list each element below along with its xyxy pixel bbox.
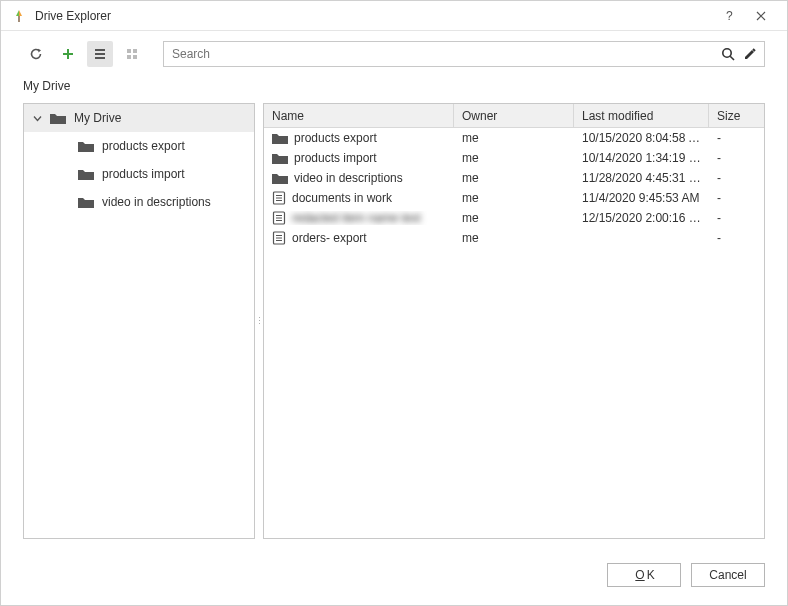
tree-item-label: products export [102,139,185,153]
tree-item-label: My Drive [74,111,121,125]
col-size[interactable]: Size [709,104,759,127]
folder-icon [78,168,94,181]
row-name: orders- export [292,231,367,245]
folder-icon [78,140,94,153]
row-owner: me [454,131,574,145]
row-size: - [709,151,759,165]
search-input[interactable] [170,46,714,62]
ok-button[interactable]: OK [607,563,681,587]
edit-search-icon[interactable] [742,46,758,62]
svg-text:?: ? [726,10,733,22]
document-icon [272,211,286,225]
svg-rect-2 [133,49,137,53]
ok-mnemonic: O [635,568,644,582]
list-header: Name Owner Last modified Size [264,104,764,128]
chevron-down-icon[interactable] [32,114,42,123]
row-owner: me [454,171,574,185]
row-name: video in descriptions [294,171,403,185]
list-body: products exportme10/15/2020 8:04:58 AM-p… [264,128,764,248]
document-icon [272,191,286,205]
search-field-wrapper [163,41,765,67]
ok-suffix: K [647,568,655,582]
row-modified: 10/14/2020 1:34:19 PM [574,151,709,165]
tree-item-label: video in descriptions [102,195,211,209]
help-button[interactable]: ? [713,4,745,28]
row-size: - [709,211,759,225]
cancel-button[interactable]: Cancel [691,563,765,587]
row-size: - [709,131,759,145]
window-title: Drive Explorer [35,9,713,23]
row-name: redacted item name text [292,211,421,225]
toolbar [1,31,787,75]
splitter-handle[interactable]: ⋮ [255,103,263,539]
folder-icon [272,152,288,165]
list-view-button[interactable] [87,41,113,67]
tree-root-item[interactable]: My Drive [24,104,254,132]
row-modified: 11/4/2020 9:45:53 AM [574,191,709,205]
col-modified[interactable]: Last modified [574,104,709,127]
svg-point-5 [723,49,731,57]
table-row[interactable]: orders- exportme- [264,228,764,248]
svg-rect-1 [127,49,131,53]
folder-icon [50,112,66,125]
folder-tree: My Drive products export products import [23,103,255,539]
tree-child-item[interactable]: products import [52,160,254,188]
app-icon [11,8,27,24]
row-name: documents in work [292,191,392,205]
row-size: - [709,191,759,205]
table-row[interactable]: products importme10/14/2020 1:34:19 PM- [264,148,764,168]
row-name: products import [294,151,377,165]
col-name[interactable]: Name [264,104,454,127]
row-owner: me [454,151,574,165]
row-modified: 10/15/2020 8:04:58 AM [574,131,709,145]
row-size: - [709,171,759,185]
row-owner: me [454,211,574,225]
grid-view-button[interactable] [119,41,145,67]
folder-icon [272,132,288,145]
row-modified: 12/15/2020 2:00:16 PM [574,211,709,225]
close-button[interactable] [745,4,777,28]
document-icon [272,231,286,245]
svg-rect-3 [127,55,131,59]
add-button[interactable] [55,41,81,67]
titlebar: Drive Explorer ? [1,1,787,31]
folder-icon [78,196,94,209]
svg-rect-4 [133,55,137,59]
table-row[interactable]: video in descriptionsme11/28/2020 4:45:3… [264,168,764,188]
tree-item-label: products import [102,167,185,181]
table-row[interactable]: redacted item name textme12/15/2020 2:00… [264,208,764,228]
file-list: Name Owner Last modified Size products e… [263,103,765,539]
refresh-button[interactable] [23,41,49,67]
table-row[interactable]: documents in workme11/4/2020 9:45:53 AM- [264,188,764,208]
breadcrumb: My Drive [1,75,787,103]
main-area: My Drive products export products import [1,103,787,551]
tree-child-item[interactable]: products export [52,132,254,160]
dialog-footer: OK Cancel [1,551,787,605]
folder-icon [272,172,288,185]
row-owner: me [454,231,574,245]
tree-children: products export products import video in… [24,132,254,216]
col-owner[interactable]: Owner [454,104,574,127]
row-name: products export [294,131,377,145]
table-row[interactable]: products exportme10/15/2020 8:04:58 AM- [264,128,764,148]
row-modified: 11/28/2020 4:45:31 PM [574,171,709,185]
row-size: - [709,231,759,245]
search-icon[interactable] [720,46,736,62]
tree-child-item[interactable]: video in descriptions [52,188,254,216]
row-owner: me [454,191,574,205]
